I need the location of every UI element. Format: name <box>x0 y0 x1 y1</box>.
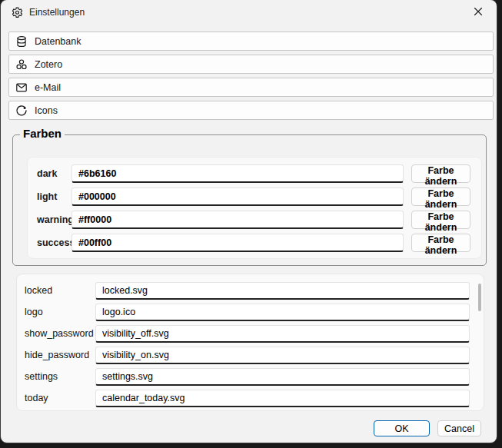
color-row-label: warning <box>37 214 71 225</box>
icon-file-input[interactable] <box>95 282 470 300</box>
title-bar: Einstellungen <box>1 0 497 25</box>
icons-panel: locked logo show_password hide_password … <box>16 274 484 411</box>
color-value-input[interactable] <box>71 234 404 252</box>
section-label: Zotero <box>35 59 62 70</box>
icon-rows: locked logo show_password hide_password … <box>17 280 484 409</box>
color-row: dark Farbe ändern <box>28 162 481 185</box>
settings-dialog: Einstellungen DatenbankZoteroe-MailIcons… <box>1 0 497 443</box>
icon-row: hide_password <box>17 344 484 366</box>
window-title: Einstellungen <box>29 7 85 18</box>
cancel-button[interactable]: Cancel <box>437 420 481 436</box>
close-button[interactable] <box>462 0 494 23</box>
colors-groupbox: Farben dark Farbe ändern light Farbe änd… <box>12 134 487 266</box>
ok-button[interactable]: OK <box>374 420 430 436</box>
color-row-label: dark <box>37 168 71 179</box>
colors-panel: dark Farbe ändern light Farbe ändern war… <box>27 157 482 259</box>
icon-row-label: settings <box>25 371 95 382</box>
section-button-datenbank[interactable]: Datenbank <box>8 32 494 51</box>
color-row: success Farbe ändern <box>28 231 481 254</box>
color-row-label: success <box>37 237 71 248</box>
colors-groupbox-title: Farben <box>20 127 65 140</box>
color-row: light Farbe ändern <box>28 185 481 208</box>
icon-file-input[interactable] <box>95 304 470 321</box>
gear-icon <box>12 7 23 18</box>
change-color-button[interactable]: Farbe ändern <box>411 234 470 252</box>
icon-row: today <box>17 387 484 409</box>
icon-row: settings <box>17 366 484 387</box>
color-row: warning Farbe ändern <box>28 208 481 231</box>
zotero-icon <box>15 58 28 71</box>
color-value-input[interactable] <box>71 187 404 206</box>
section-button-icons[interactable]: Icons <box>8 101 494 120</box>
icon-row-label: locked <box>25 285 95 296</box>
icon-row: locked <box>17 280 484 301</box>
icon-file-input[interactable] <box>95 368 470 386</box>
section-label: Icons <box>35 105 58 116</box>
color-row-label: light <box>37 191 71 202</box>
vertical-scrollbar-thumb[interactable] <box>478 284 481 311</box>
icon-row-label: today <box>25 393 95 403</box>
section-label: Datenbank <box>35 36 81 47</box>
change-color-button[interactable]: Farbe ändern <box>411 187 470 206</box>
section-button-email[interactable]: e-Mail <box>8 78 494 97</box>
icon-file-input[interactable] <box>95 390 470 407</box>
icon-row: show_password <box>17 323 484 344</box>
icon-file-input[interactable] <box>95 325 470 343</box>
section-label: e-Mail <box>35 82 61 93</box>
icon-row-label: logo <box>25 307 95 317</box>
icon-row-label: show_password <box>25 328 95 339</box>
mail-icon <box>15 81 28 94</box>
change-color-button[interactable]: Farbe ändern <box>411 164 470 183</box>
icon-row-label: hide_password <box>25 350 95 360</box>
section-button-zotero[interactable]: Zotero <box>8 55 494 74</box>
icon-row: logo <box>17 301 484 323</box>
database-icon <box>15 35 28 48</box>
close-icon <box>474 7 483 16</box>
change-color-button[interactable]: Farbe ändern <box>411 211 470 229</box>
icon-file-input[interactable] <box>95 347 470 364</box>
color-value-input[interactable] <box>71 164 404 183</box>
refresh-icon <box>15 105 28 117</box>
color-value-input[interactable] <box>71 211 404 229</box>
